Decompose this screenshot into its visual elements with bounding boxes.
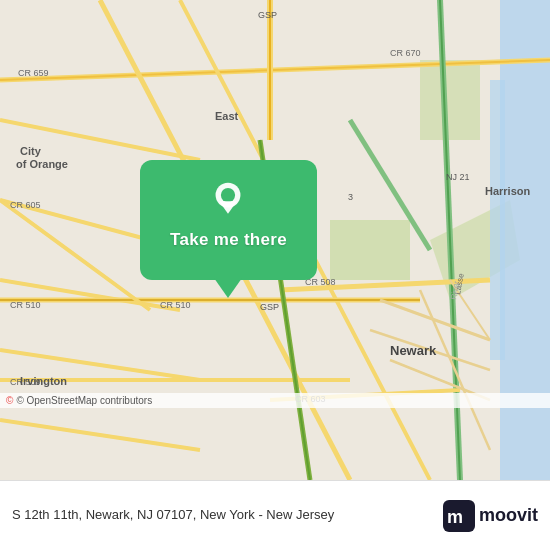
map-container[interactable]: CR 659 CR 670 GSP GSP CR 510 CR 510 CR 6… — [0, 0, 550, 480]
svg-text:East: East — [215, 110, 239, 122]
map-attribution: © © OpenStreetMap contributors — [0, 393, 550, 408]
svg-text:3: 3 — [348, 192, 353, 202]
svg-text:of Orange: of Orange — [16, 158, 68, 170]
svg-text:City: City — [20, 145, 42, 157]
svg-text:CR 659: CR 659 — [18, 68, 49, 78]
svg-point-54 — [221, 188, 235, 202]
svg-text:CR 605: CR 605 — [10, 200, 41, 210]
svg-text:GSP: GSP — [258, 10, 277, 20]
moovit-text: moovit — [479, 505, 538, 526]
destination-card[interactable]: Take me there — [140, 160, 317, 280]
moovit-logo: m moovit — [443, 500, 538, 532]
svg-rect-5 — [490, 80, 505, 360]
attribution-text: © OpenStreetMap contributors — [16, 395, 152, 406]
svg-rect-4 — [500, 0, 550, 480]
svg-rect-2 — [420, 60, 480, 140]
svg-text:GSP: GSP — [260, 302, 279, 312]
svg-text:CR 510: CR 510 — [10, 300, 41, 310]
svg-marker-55 — [220, 201, 238, 213]
location-pin-icon — [208, 180, 248, 220]
svg-text:Harrison: Harrison — [485, 185, 531, 197]
moovit-icon: m — [443, 500, 475, 532]
address-section: S 12th 11th, Newark, NJ 07107, New York … — [12, 506, 443, 524]
svg-text:m: m — [447, 507, 463, 527]
osm-heart-icon: © — [6, 395, 13, 406]
svg-text:CR 670: CR 670 — [390, 48, 421, 58]
address-text: S 12th 11th, Newark, NJ 07107, New York … — [12, 506, 443, 524]
svg-text:Irvington: Irvington — [20, 375, 67, 387]
svg-text:NJ 21: NJ 21 — [446, 172, 470, 182]
take-me-there-overlay[interactable]: Take me there — [140, 160, 317, 280]
info-bar: S 12th 11th, Newark, NJ 07107, New York … — [0, 480, 550, 550]
svg-text:Newark: Newark — [390, 343, 437, 358]
take-me-there-button[interactable]: Take me there — [170, 230, 287, 250]
svg-rect-1 — [330, 220, 410, 280]
svg-text:CR 510: CR 510 — [160, 300, 191, 310]
